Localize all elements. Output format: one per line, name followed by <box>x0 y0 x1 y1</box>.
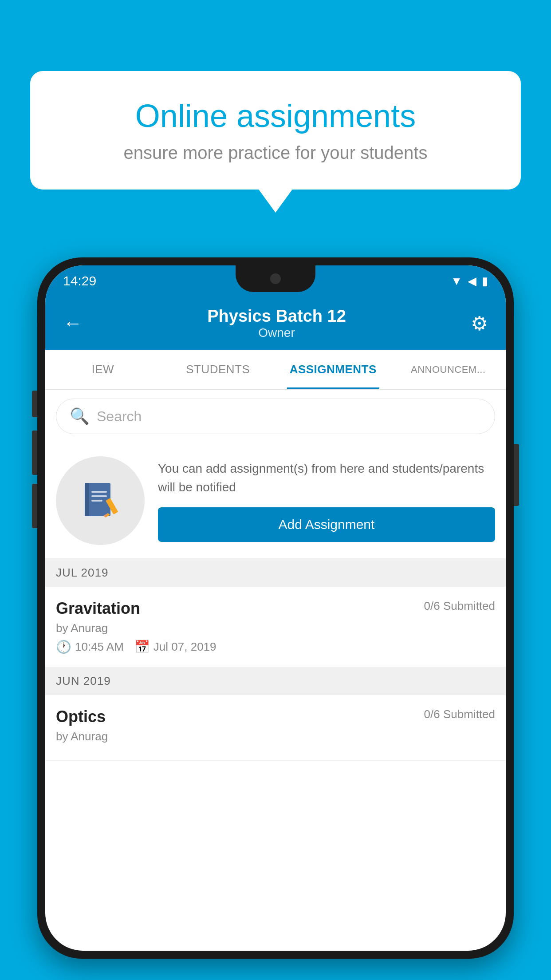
tab-assignments[interactable]: ASSIGNMENTS <box>276 350 391 389</box>
calendar-icon: 📅 <box>134 640 150 654</box>
search-placeholder: Search <box>97 408 142 425</box>
assignment-time-value: 10:45 AM <box>75 640 124 654</box>
content-area: 🔍 Search <box>45 390 506 761</box>
search-container: 🔍 Search <box>45 390 506 443</box>
wifi-icon: ▼ <box>451 274 462 288</box>
status-bar: 14:29 ▼ ◀ ▮ <box>45 265 506 296</box>
assignment-name-gravitation: Gravitation <box>56 599 140 618</box>
add-assignment-section: You can add assignment(s) from here and … <box>45 443 506 559</box>
section-header-jun: JUN 2019 <box>45 667 506 695</box>
batch-role: Owner <box>83 326 471 340</box>
assignment-date: 📅 Jul 07, 2019 <box>134 640 216 654</box>
app-bar-title: Physics Batch 12 Owner <box>83 307 471 340</box>
batch-name: Physics Batch 12 <box>83 307 471 326</box>
notch <box>236 265 315 292</box>
phone-screen: 14:29 ▼ ◀ ▮ ← Physics Batch 12 Owner ⚙ <box>45 265 506 951</box>
battery-icon: ▮ <box>482 274 488 288</box>
status-time: 14:29 <box>63 273 96 288</box>
speech-bubble-container: Online assignments ensure more practice … <box>30 71 521 190</box>
tab-announcements[interactable]: ANNOUNCEM... <box>391 350 506 389</box>
assignment-icon-circle <box>56 456 145 545</box>
assignment-row-top: Gravitation 0/6 Submitted <box>56 599 495 618</box>
assignment-submitted-optics: 0/6 Submitted <box>424 707 495 721</box>
assignment-time: 🕐 10:45 AM <box>56 640 124 654</box>
speech-bubble: Online assignments ensure more practice … <box>30 71 521 190</box>
assignment-row-top-optics: Optics 0/6 Submitted <box>56 707 495 726</box>
svg-rect-1 <box>85 483 89 516</box>
search-icon: 🔍 <box>70 407 90 426</box>
tab-students[interactable]: STUDENTS <box>161 350 276 389</box>
phone-outer: 14:29 ▼ ◀ ▮ ← Physics Batch 12 Owner ⚙ <box>37 257 514 959</box>
back-button[interactable]: ← <box>63 312 83 334</box>
app-bar: ← Physics Batch 12 Owner ⚙ <box>45 296 506 350</box>
assignment-meta-gravitation: 🕐 10:45 AM 📅 Jul 07, 2019 <box>56 640 495 654</box>
svg-rect-3 <box>91 495 107 497</box>
side-button-volume-down <box>32 484 37 528</box>
side-button-volume-silent <box>32 391 37 417</box>
status-icons: ▼ ◀ ▮ <box>451 274 488 288</box>
side-button-volume-up <box>32 431 37 475</box>
assignment-by-gravitation: by Anurag <box>56 621 495 635</box>
bubble-subtitle: ensure more practice for your students <box>66 143 485 163</box>
tab-iew[interactable]: IEW <box>45 350 161 389</box>
signal-icon: ◀ <box>468 274 476 288</box>
assignment-by-optics: by Anurag <box>56 730 495 743</box>
settings-button[interactable]: ⚙ <box>471 312 488 335</box>
assignment-date-value: Jul 07, 2019 <box>153 640 216 654</box>
assignment-name-optics: Optics <box>56 707 106 726</box>
svg-rect-4 <box>91 500 102 502</box>
assignment-item-gravitation[interactable]: Gravitation 0/6 Submitted by Anurag 🕐 10… <box>45 587 506 667</box>
bubble-title: Online assignments <box>66 98 485 134</box>
section-header-jul: JUL 2019 <box>45 559 506 587</box>
side-button-power <box>514 444 519 506</box>
add-section-right: You can add assignment(s) from here and … <box>158 459 495 542</box>
tab-bar: IEW STUDENTS ASSIGNMENTS ANNOUNCEM... <box>45 350 506 390</box>
assignment-notebook-icon <box>78 478 122 523</box>
camera-icon <box>270 273 281 284</box>
svg-rect-2 <box>91 491 107 493</box>
add-assignment-button[interactable]: Add Assignment <box>158 507 495 542</box>
search-bar[interactable]: 🔍 Search <box>56 399 495 434</box>
phone-mockup: 14:29 ▼ ◀ ▮ ← Physics Batch 12 Owner ⚙ <box>37 257 514 959</box>
assignment-submitted-gravitation: 0/6 Submitted <box>424 599 495 613</box>
add-description: You can add assignment(s) from here and … <box>158 459 495 497</box>
assignment-item-optics[interactable]: Optics 0/6 Submitted by Anurag <box>45 695 506 761</box>
clock-icon: 🕐 <box>56 640 71 654</box>
